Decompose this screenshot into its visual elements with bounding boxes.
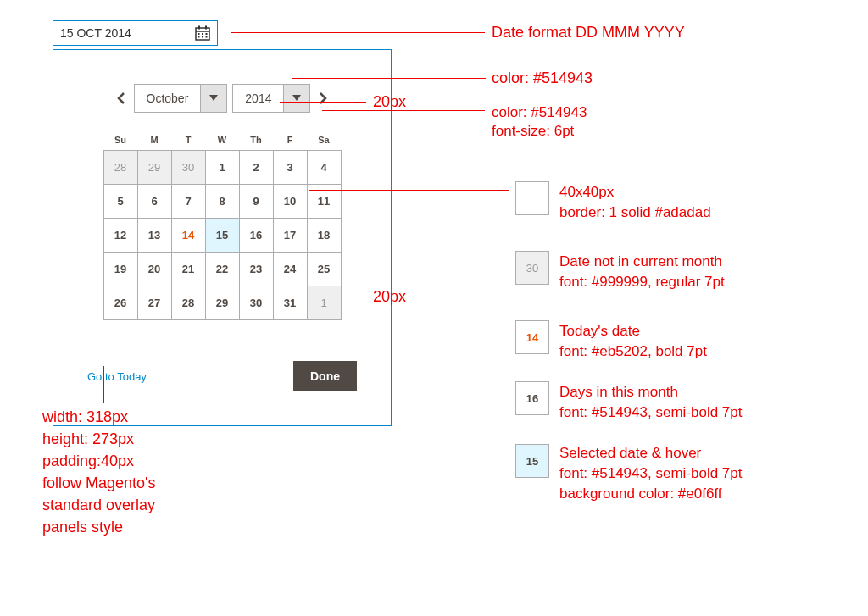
annotation: standard overlay [42, 495, 155, 515]
day-cell[interactable]: 22 [206, 253, 240, 286]
svg-rect-8 [202, 36, 203, 38]
annotation: font: #eb5202, bold 7pt [559, 342, 707, 362]
day-cell[interactable]: 17 [274, 219, 308, 253]
annotation: width: 318px [42, 407, 128, 427]
day-cell[interactable]: 1 [308, 286, 342, 320]
day-cell[interactable]: 27 [138, 286, 172, 320]
day-cell[interactable]: 23 [240, 253, 274, 286]
annotation: color: #514943 [492, 103, 587, 123]
legend-swatch: 30 [515, 251, 549, 285]
day-cell[interactable]: 5 [104, 185, 138, 219]
year-select-label: 2014 [233, 85, 283, 112]
annotation: font: #514943, semi-bold 7pt [559, 464, 742, 484]
annotation: panels style [42, 517, 123, 537]
weekday-label: Sa [307, 130, 341, 150]
month-select[interactable]: October [134, 84, 228, 113]
day-cell[interactable]: 3 [274, 151, 308, 185]
day-cell[interactable]: 16 [240, 219, 274, 253]
day-cell[interactable]: 2 [240, 151, 274, 185]
day-cell[interactable]: 24 [274, 253, 308, 286]
annotation: Date format DD MMM YYYY [492, 22, 685, 42]
day-cell[interactable]: 14 [172, 219, 206, 253]
day-cell[interactable]: 9 [240, 185, 274, 219]
go-to-today-link[interactable]: Go to Today [87, 370, 147, 383]
chevron-down-icon [283, 85, 309, 112]
annotation: font-size: 6pt [492, 122, 574, 142]
day-cell[interactable]: 6 [138, 185, 172, 219]
svg-rect-4 [198, 33, 200, 35]
day-cell[interactable]: 31 [274, 286, 308, 320]
done-button[interactable]: Done [293, 361, 357, 391]
weekday-label: W [205, 130, 239, 150]
day-cell[interactable]: 7 [172, 185, 206, 219]
panel-footer: Go to Today Done [87, 361, 357, 391]
calendar-header: October 2014 [87, 84, 357, 113]
svg-rect-7 [198, 36, 200, 38]
weekday-label: Su [103, 130, 137, 150]
day-cell[interactable]: 18 [308, 219, 342, 253]
svg-rect-2 [198, 26, 200, 30]
annotation: Selected date & hover [559, 444, 701, 463]
day-cell[interactable]: 4 [308, 151, 342, 185]
svg-rect-6 [206, 33, 208, 35]
weekday-label: T [171, 130, 205, 150]
legend-swatch: 15 [515, 444, 549, 478]
annotation: color: #514943 [492, 68, 593, 88]
day-cell[interactable]: 12 [104, 219, 138, 253]
day-cell[interactable]: 8 [206, 185, 240, 219]
date-input-value: 15 OCT 2014 [60, 26, 131, 40]
calendar-grid: 2829301234567891011121314151617181920212… [103, 150, 342, 320]
legend-swatch: 14 [515, 320, 549, 354]
day-cell[interactable]: 29 [138, 151, 172, 185]
annotation: font: #999999, regular 7pt [559, 273, 725, 292]
day-cell[interactable]: 20 [138, 253, 172, 286]
year-select[interactable]: 2014 [232, 84, 310, 113]
day-cell[interactable]: 10 [274, 185, 308, 219]
annotation: border: 1 solid #adadad [559, 203, 711, 223]
annotation: background color: #e0f6ff [559, 485, 722, 504]
date-input-field[interactable]: 15 OCT 2014 [53, 20, 218, 46]
chevron-down-icon [200, 85, 226, 112]
weekday-label: Th [239, 130, 273, 150]
annotation: 40x40px [559, 183, 614, 203]
weekday-label: M [137, 130, 171, 150]
legend-swatch: 16 [515, 381, 549, 415]
prev-month-button[interactable] [114, 86, 129, 111]
weekday-row: Su M T W Th F Sa [103, 130, 341, 150]
weekday-label: F [273, 130, 307, 150]
annotation: padding:40px [42, 451, 134, 471]
annotation: 20px [373, 286, 406, 307]
calendar-icon[interactable] [195, 25, 210, 41]
annotation: Today's date [559, 322, 640, 341]
annotation: Date not in current month [559, 253, 722, 272]
annotation: height: 273px [42, 429, 134, 449]
annotation: Days in this month [559, 383, 678, 402]
day-cell[interactable]: 25 [308, 253, 342, 286]
day-cell[interactable]: 21 [172, 253, 206, 286]
next-month-button[interactable] [315, 86, 331, 111]
day-cell[interactable]: 26 [104, 286, 138, 320]
svg-rect-5 [202, 33, 203, 35]
svg-rect-3 [205, 26, 207, 30]
day-cell[interactable]: 15 [206, 219, 240, 253]
day-cell[interactable]: 28 [172, 286, 206, 320]
annotation: 20px [373, 92, 406, 112]
day-cell[interactable]: 13 [138, 219, 172, 253]
annotation: font: #514943, semi-bold 7pt [559, 403, 742, 423]
month-select-label: October [135, 85, 201, 112]
annotation: follow Magento's [42, 473, 156, 493]
day-cell[interactable]: 30 [240, 286, 274, 320]
day-cell[interactable]: 29 [206, 286, 240, 320]
legend-swatch [515, 181, 549, 215]
day-cell[interactable]: 19 [104, 253, 138, 286]
day-cell[interactable]: 30 [172, 151, 206, 185]
svg-rect-9 [206, 36, 208, 38]
day-cell[interactable]: 28 [104, 151, 138, 185]
day-cell[interactable]: 1 [206, 151, 240, 185]
